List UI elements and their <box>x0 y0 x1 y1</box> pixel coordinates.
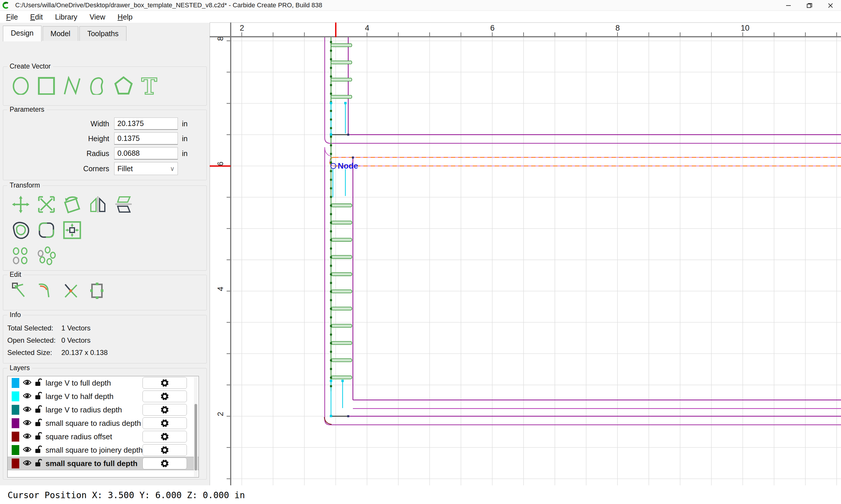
layer-row-0[interactable]: large V to full depth <box>7 376 199 390</box>
layer-lock-toggle[interactable] <box>34 378 42 388</box>
layer-color-swatch[interactable] <box>12 378 19 388</box>
layer-settings-button[interactable] <box>142 377 187 389</box>
layers-section: Layers large V to full depthlarge V to h… <box>3 368 207 480</box>
layer-row-1[interactable]: large V to half depth <box>7 390 199 403</box>
move-tool-icon <box>12 195 30 214</box>
layer-color-swatch[interactable] <box>12 445 19 455</box>
flip-tool-button[interactable] <box>113 194 135 215</box>
polygon-tool-button[interactable] <box>113 75 135 96</box>
round-corners-tool-icon <box>37 221 56 239</box>
radius-field[interactable] <box>114 147 178 160</box>
layer-color-swatch[interactable] <box>12 418 19 428</box>
shrink-tool-button[interactable] <box>61 220 83 241</box>
round-corners-tool-button[interactable] <box>35 220 57 241</box>
layer-visibility-toggle[interactable] <box>23 419 32 427</box>
gear-icon <box>160 379 169 387</box>
rectangle-tool-button[interactable] <box>35 75 57 96</box>
unlock-icon <box>34 445 42 454</box>
layer-color-swatch[interactable] <box>12 458 19 468</box>
layer-visibility-toggle[interactable] <box>23 406 32 414</box>
layer-lock-toggle[interactable] <box>34 418 42 428</box>
polyline-tool-button[interactable] <box>61 75 83 96</box>
layer-lock-toggle[interactable] <box>34 405 42 415</box>
node-edit-tool-button[interactable] <box>10 281 32 302</box>
layer-settings-button[interactable] <box>142 431 187 443</box>
layer-visibility-toggle[interactable] <box>23 446 32 454</box>
visibility-eye-icon <box>23 379 32 386</box>
layer-row-5[interactable]: small square to joinery depth <box>7 443 199 457</box>
layer-settings-button[interactable] <box>142 391 187 402</box>
width-row: Width in <box>3 118 206 130</box>
layers-scrollbar[interactable] <box>194 377 198 476</box>
layer-row-4[interactable]: square radius offset <box>7 430 199 443</box>
radius-unit: in <box>182 149 187 158</box>
layer-visibility-toggle[interactable] <box>23 460 32 468</box>
restore-button[interactable] <box>799 0 820 11</box>
scale-tool-button[interactable] <box>35 194 57 215</box>
layer-color-swatch[interactable] <box>12 392 19 401</box>
text-tool-button[interactable] <box>138 75 160 96</box>
menu-edit[interactable]: Edit <box>24 13 49 21</box>
layer-settings-button[interactable] <box>142 404 187 416</box>
menu-view[interactable]: View <box>84 13 111 21</box>
curve-edit-tool-button[interactable] <box>35 281 57 302</box>
chevron-down-icon: ∨ <box>170 165 175 173</box>
drawing-area[interactable]: Node <box>231 35 841 485</box>
layer-color-swatch[interactable] <box>12 432 19 442</box>
layer-row-6[interactable]: small square to full depth <box>7 457 199 470</box>
trim-tool-button[interactable] <box>61 281 83 302</box>
radius-row: Radius in <box>3 147 206 160</box>
visibility-eye-icon <box>23 460 32 466</box>
trim-tool-icon <box>63 282 82 301</box>
flip-tool-icon <box>114 195 133 214</box>
minimize-button[interactable] <box>778 0 799 11</box>
menu-library[interactable]: Library <box>49 13 83 21</box>
layer-color-swatch[interactable] <box>12 405 19 415</box>
tab-model[interactable]: Model <box>42 26 78 41</box>
layer-row-2[interactable]: large V to radius depth <box>7 403 199 416</box>
layer-lock-toggle[interactable] <box>34 392 42 401</box>
move-tool-button[interactable] <box>10 194 32 215</box>
menu-help[interactable]: Help <box>111 13 139 21</box>
circular-array-tool-button[interactable] <box>35 245 57 266</box>
corners-dropdown[interactable]: Fillet ∨ <box>114 162 178 175</box>
layer-visibility-toggle[interactable] <box>23 392 32 400</box>
parameters-label: Parameters <box>7 106 47 113</box>
layer-row-3[interactable]: small square to radius depth <box>7 416 199 430</box>
layer-settings-button[interactable] <box>142 457 187 469</box>
mirror-tool-button[interactable] <box>87 194 109 215</box>
layer-name: small square to joinery depth <box>46 446 142 455</box>
circle-tool-button[interactable] <box>10 75 32 96</box>
layer-settings-button[interactable] <box>142 444 187 456</box>
visibility-eye-icon <box>23 392 32 399</box>
design-canvas[interactable]: Node2468108642 <box>210 22 841 485</box>
application-window: C:/Users/willa/OneDrive/Desktop/drawer_b… <box>0 0 841 504</box>
layer-lock-toggle[interactable] <box>34 458 42 468</box>
width-label: Width <box>3 120 114 128</box>
edit-label: Edit <box>7 271 24 278</box>
layer-lock-toggle[interactable] <box>34 432 42 442</box>
polygon-tool-icon <box>114 76 133 95</box>
tab-bar: DesignModelToolpaths <box>3 26 127 41</box>
tab-toolpaths[interactable]: Toolpaths <box>80 26 126 41</box>
resize-tool-button[interactable] <box>87 281 109 302</box>
curve-tool-button[interactable] <box>87 75 109 96</box>
selected-size-label: Selected Size: <box>7 348 61 357</box>
title-bar: C:/Users/willa/OneDrive/Desktop/drawer_b… <box>0 0 841 11</box>
height-field[interactable] <box>114 132 178 145</box>
menu-file[interactable]: File <box>0 13 24 21</box>
rotate-tool-button[interactable] <box>61 194 83 215</box>
offset-tool-button[interactable] <box>10 220 32 241</box>
layer-visibility-toggle[interactable] <box>23 379 32 387</box>
layer-visibility-toggle[interactable] <box>23 433 32 441</box>
width-field[interactable] <box>114 118 178 130</box>
layer-settings-button[interactable] <box>142 417 187 429</box>
close-button[interactable] <box>820 0 841 11</box>
total-selected-label: Total Selected: <box>7 324 61 332</box>
grid-array-tool-button[interactable] <box>10 245 32 266</box>
layer-lock-toggle[interactable] <box>34 445 42 455</box>
tab-design[interactable]: Design <box>3 26 41 41</box>
layers-label: Layers <box>7 364 32 372</box>
total-selected-value: 1 Vectors <box>61 324 90 332</box>
layers-scrollbar-thumb[interactable] <box>194 404 197 470</box>
